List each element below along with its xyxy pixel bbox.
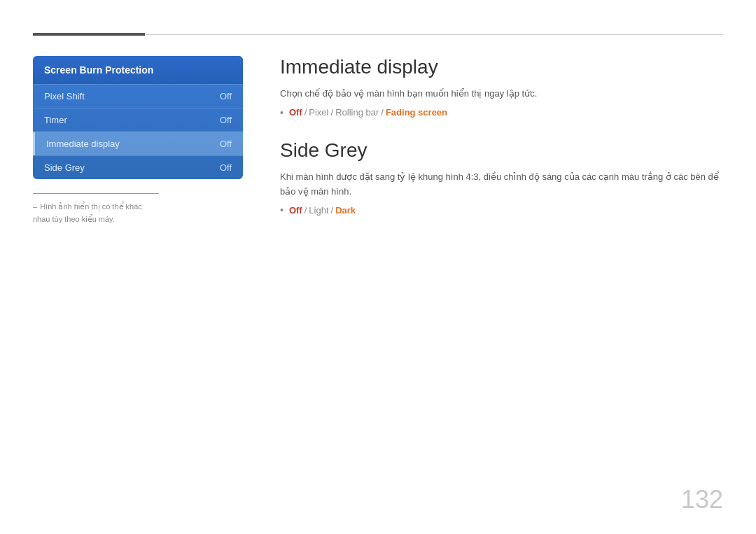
section1-opt-rolling: Rolling bar [335,107,379,118]
top-bar-accent [33,33,145,36]
section1-sep1: / [304,107,307,118]
section1-sep2: / [331,107,334,118]
section2-title: Side Grey [280,139,723,162]
section2-sep2: / [331,205,334,216]
top-bar-line [145,34,723,35]
footnote-container: –Hình ảnh hiển thị có thể khác nhau tùy … [33,193,159,225]
section1-title: Immediate display [280,56,723,78]
section2-opt-light: Light [309,205,328,216]
menu-item-side-grey[interactable]: Side Grey Off [33,155,243,179]
section2-bullet: • [280,204,284,216]
menu-item-timer[interactable]: Timer Off [33,108,243,132]
left-panel: Screen Burn Protection Pixel Shift Off T… [33,56,243,225]
section1-opt-fading: Fading screen [386,107,447,118]
menu-header: Screen Burn Protection [33,56,243,84]
menu-item-pixel-shift-value: Off [220,91,232,101]
menu-item-immediate-display-value: Off [220,139,232,149]
section1-opt-pixel: Pixel [309,107,328,118]
menu-item-immediate-display[interactable]: Immediate display Off [33,132,243,155]
top-bar [33,33,723,36]
page-number: 132 [681,485,723,514]
section2-options: • Off / Light / Dark [280,204,723,216]
menu-item-pixel-shift[interactable]: Pixel Shift Off [33,84,243,108]
menu-item-side-grey-value: Off [220,162,232,173]
footnote-text: –Hình ảnh hiển thị có thể khác nhau tùy … [33,202,142,223]
section1-sep3: / [381,107,384,118]
menu-item-timer-value: Off [220,115,232,125]
menu-item-immediate-display-label: Immediate display [46,139,120,149]
section1-desc: Chọn chế độ bảo vệ màn hình bạn muốn hiể… [280,87,723,101]
section1-options: • Off / Pixel / Rolling bar / Fading scr… [280,107,723,118]
menu-box: Screen Burn Protection Pixel Shift Off T… [33,56,243,179]
section1-opt-off: Off [289,107,302,118]
right-panel: Immediate display Chọn chế độ bảo vệ màn… [280,56,723,237]
section1-bullet: • [280,107,284,118]
section2-sep1: / [304,205,307,216]
menu-item-pixel-shift-label: Pixel Shift [44,91,85,101]
section2-opt-off: Off [289,205,302,216]
menu-item-timer-label: Timer [44,115,67,125]
section2-desc: Khi màn hình được đặt sang tỷ lệ khung h… [280,170,723,199]
menu-item-side-grey-label: Side Grey [44,162,85,173]
section2-opt-dark: Dark [335,205,356,216]
